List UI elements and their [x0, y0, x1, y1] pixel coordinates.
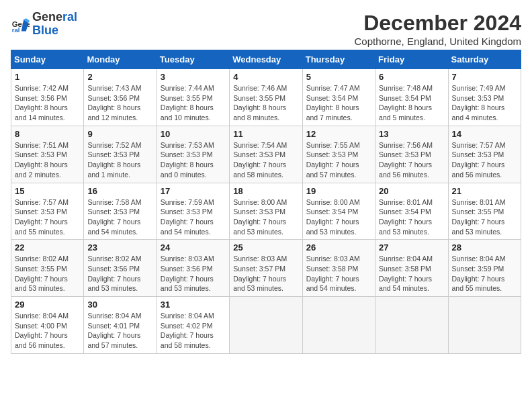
day-cell: [302, 297, 375, 354]
day-cell: 31 Sunrise: 8:04 AMSunset: 4:02 PMDaylig…: [157, 297, 229, 354]
day-info: Sunrise: 7:43 AMSunset: 3:56 PMDaylight:…: [87, 83, 152, 123]
day-cell: 25 Sunrise: 8:03 AMSunset: 3:57 PMDaylig…: [230, 240, 302, 297]
week-row-2: 8 Sunrise: 7:51 AMSunset: 3:53 PMDayligh…: [11, 126, 521, 183]
day-number: 11: [233, 129, 298, 139]
day-info: Sunrise: 8:04 AMSunset: 4:00 PMDaylight:…: [15, 311, 80, 351]
day-number: 24: [161, 242, 226, 253]
day-info: Sunrise: 7:42 AMSunset: 3:56 PMDaylight:…: [15, 83, 80, 123]
calendar-table: SundayMondayTuesdayWednesdayThursdayFrid…: [11, 50, 521, 354]
day-number: 1: [15, 72, 80, 82]
column-header-monday: Monday: [84, 50, 157, 69]
day-cell: 16 Sunrise: 7:58 AMSunset: 3:53 PMDaylig…: [84, 183, 157, 240]
day-info: Sunrise: 8:03 AMSunset: 3:57 PMDaylight:…: [233, 254, 298, 293]
day-cell: 17 Sunrise: 7:59 AMSunset: 3:53 PMDaylig…: [157, 183, 229, 240]
day-number: 18: [233, 186, 298, 196]
day-number: 16: [87, 186, 152, 196]
day-cell: 18 Sunrise: 8:00 AMSunset: 3:53 PMDaylig…: [230, 183, 302, 240]
day-info: Sunrise: 8:01 AMSunset: 3:54 PMDaylight:…: [379, 197, 444, 237]
column-header-saturday: Saturday: [448, 50, 521, 69]
day-number: 22: [15, 242, 80, 253]
day-cell: 19 Sunrise: 8:00 AMSunset: 3:54 PMDaylig…: [302, 183, 375, 240]
day-info: Sunrise: 7:46 AMSunset: 3:55 PMDaylight:…: [233, 83, 298, 123]
day-info: Sunrise: 8:03 AMSunset: 3:58 PMDaylight:…: [306, 254, 371, 293]
day-info: Sunrise: 7:58 AMSunset: 3:53 PMDaylight:…: [87, 197, 152, 237]
day-number: 25: [233, 242, 298, 253]
day-cell: 1 Sunrise: 7:42 AMSunset: 3:56 PMDayligh…: [11, 69, 84, 126]
day-number: 14: [452, 129, 517, 139]
day-cell: 30 Sunrise: 8:04 AMSunset: 4:01 PMDaylig…: [84, 297, 157, 354]
day-cell: 9 Sunrise: 7:52 AMSunset: 3:53 PMDayligh…: [84, 126, 157, 183]
column-header-sunday: Sunday: [11, 50, 84, 69]
day-info: Sunrise: 7:53 AMSunset: 3:53 PMDaylight:…: [161, 140, 226, 180]
week-row-5: 29 Sunrise: 8:04 AMSunset: 4:00 PMDaylig…: [11, 297, 521, 354]
day-cell: 4 Sunrise: 7:46 AMSunset: 3:55 PMDayligh…: [230, 69, 302, 126]
day-cell: 24 Sunrise: 8:03 AMSunset: 3:56 PMDaylig…: [157, 240, 229, 297]
column-header-friday: Friday: [375, 50, 448, 69]
day-number: 26: [306, 242, 371, 253]
day-cell: 29 Sunrise: 8:04 AMSunset: 4:00 PMDaylig…: [11, 297, 84, 354]
svg-text:ral: ral: [12, 26, 20, 34]
day-info: Sunrise: 7:57 AMSunset: 3:53 PMDaylight:…: [452, 140, 517, 180]
day-cell: 14 Sunrise: 7:57 AMSunset: 3:53 PMDaylig…: [448, 126, 521, 183]
day-number: 3: [161, 72, 226, 82]
day-cell: 11 Sunrise: 7:54 AMSunset: 3:53 PMDaylig…: [230, 126, 302, 183]
day-number: 2: [87, 72, 152, 82]
header: Gene ral General Blue December 2024 Copt…: [11, 11, 521, 47]
day-info: Sunrise: 7:48 AMSunset: 3:54 PMDaylight:…: [379, 83, 444, 123]
day-info: Sunrise: 7:55 AMSunset: 3:53 PMDaylight:…: [306, 140, 371, 180]
day-number: 6: [379, 72, 444, 82]
day-cell: 21 Sunrise: 8:01 AMSunset: 3:55 PMDaylig…: [448, 183, 521, 240]
day-number: 31: [161, 300, 226, 310]
calendar-header-row: SundayMondayTuesdayWednesdayThursdayFrid…: [11, 50, 521, 69]
day-cell: 20 Sunrise: 8:01 AMSunset: 3:54 PMDaylig…: [375, 183, 448, 240]
day-number: 28: [452, 242, 517, 253]
day-info: Sunrise: 7:51 AMSunset: 3:53 PMDaylight:…: [15, 140, 80, 180]
day-cell: 8 Sunrise: 7:51 AMSunset: 3:53 PMDayligh…: [11, 126, 84, 183]
day-info: Sunrise: 7:52 AMSunset: 3:53 PMDaylight:…: [87, 140, 152, 180]
day-info: Sunrise: 7:47 AMSunset: 3:54 PMDaylight:…: [306, 83, 371, 123]
day-cell: 27 Sunrise: 8:04 AMSunset: 3:58 PMDaylig…: [375, 240, 448, 297]
week-row-3: 15 Sunrise: 7:57 AMSunset: 3:53 PMDaylig…: [11, 183, 521, 240]
day-cell: 10 Sunrise: 7:53 AMSunset: 3:53 PMDaylig…: [157, 126, 229, 183]
day-cell: 3 Sunrise: 7:44 AMSunset: 3:55 PMDayligh…: [157, 69, 229, 126]
day-number: 15: [15, 186, 80, 196]
day-number: 10: [161, 129, 226, 139]
day-number: 9: [87, 129, 152, 139]
day-info: Sunrise: 7:54 AMSunset: 3:53 PMDaylight:…: [233, 140, 298, 180]
day-cell: [448, 297, 521, 354]
day-number: 4: [233, 72, 298, 82]
day-cell: 15 Sunrise: 7:57 AMSunset: 3:53 PMDaylig…: [11, 183, 84, 240]
day-number: 19: [306, 186, 371, 196]
day-info: Sunrise: 8:04 AMSunset: 4:02 PMDaylight:…: [161, 311, 226, 351]
day-number: 12: [306, 129, 371, 139]
day-number: 13: [379, 129, 444, 139]
day-number: 23: [87, 242, 152, 253]
day-number: 5: [306, 72, 371, 82]
week-row-4: 22 Sunrise: 8:02 AMSunset: 3:55 PMDaylig…: [11, 240, 521, 297]
day-info: Sunrise: 7:49 AMSunset: 3:53 PMDaylight:…: [452, 83, 517, 123]
day-number: 27: [379, 242, 444, 253]
day-info: Sunrise: 8:01 AMSunset: 3:55 PMDaylight:…: [452, 197, 517, 237]
day-cell: 7 Sunrise: 7:49 AMSunset: 3:53 PMDayligh…: [448, 69, 521, 126]
logo-icon: Gene ral: [11, 15, 30, 34]
day-info: Sunrise: 8:00 AMSunset: 3:53 PMDaylight:…: [233, 197, 298, 237]
day-info: Sunrise: 7:59 AMSunset: 3:53 PMDaylight:…: [161, 197, 226, 237]
day-info: Sunrise: 8:03 AMSunset: 3:56 PMDaylight:…: [161, 254, 226, 293]
day-cell: 2 Sunrise: 7:43 AMSunset: 3:56 PMDayligh…: [84, 69, 157, 126]
day-number: 21: [452, 186, 517, 196]
day-info: Sunrise: 7:44 AMSunset: 3:55 PMDaylight:…: [161, 83, 226, 123]
day-number: 8: [15, 129, 80, 139]
day-info: Sunrise: 8:00 AMSunset: 3:54 PMDaylight:…: [306, 197, 371, 237]
logo-text: General Blue: [32, 11, 77, 38]
column-header-tuesday: Tuesday: [157, 50, 229, 69]
day-cell: 13 Sunrise: 7:56 AMSunset: 3:53 PMDaylig…: [375, 126, 448, 183]
logo: Gene ral General Blue: [11, 11, 77, 38]
day-cell: [375, 297, 448, 354]
day-cell: 28 Sunrise: 8:04 AMSunset: 3:59 PMDaylig…: [448, 240, 521, 297]
day-cell: 23 Sunrise: 8:02 AMSunset: 3:56 PMDaylig…: [84, 240, 157, 297]
day-number: 20: [379, 186, 444, 196]
column-header-thursday: Thursday: [302, 50, 375, 69]
day-cell: 6 Sunrise: 7:48 AMSunset: 3:54 PMDayligh…: [375, 69, 448, 126]
day-number: 7: [452, 72, 517, 82]
day-cell: 22 Sunrise: 8:02 AMSunset: 3:55 PMDaylig…: [11, 240, 84, 297]
